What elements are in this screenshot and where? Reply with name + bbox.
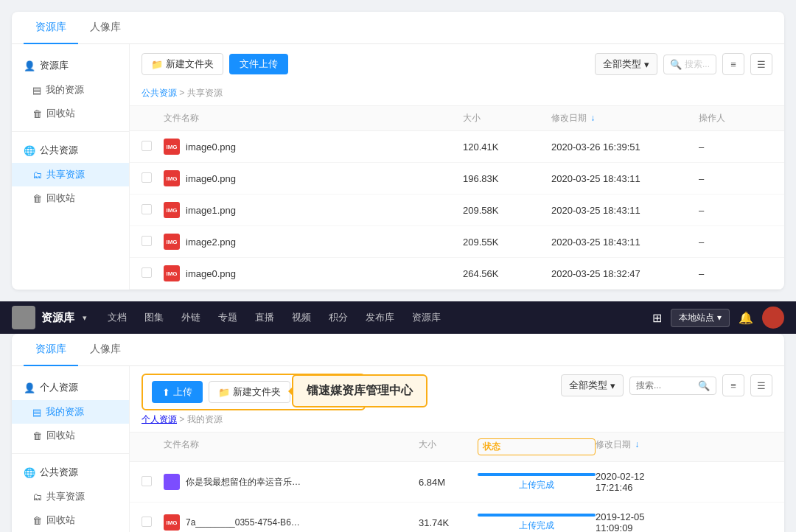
file-name-cell: IMG image0.png <box>164 265 463 281</box>
sidebar-item-trash-personal-bottom[interactable]: 🗑 回收站 <box>12 424 129 447</box>
bottom-main: ⬆ 上传 📁 新建文件夹 开始上传 全部类型 ▾ <box>130 366 784 532</box>
user-avatar[interactable] <box>762 307 784 329</box>
upload-btn-bottom[interactable]: ⬆ 上传 <box>152 381 203 403</box>
file-table-header-bottom: 文件名称 大小 状态 修改日期 ↓ <box>130 432 784 462</box>
filter-dropdown-bottom[interactable]: 全部类型 ▾ <box>561 374 624 396</box>
breadcrumb-top: 公共资源 > 共享资源 <box>130 84 784 105</box>
nav-item-assets[interactable]: 资源库 <box>403 301 450 334</box>
notification-icon[interactable]: 🔔 <box>739 311 753 325</box>
trash-icon2-bottom: 🗑 <box>32 515 42 526</box>
site-selector[interactable]: 本地站点 ▾ <box>671 309 730 327</box>
sort-arrow-bottom: ↓ <box>635 439 639 449</box>
tab-portrait-bottom[interactable]: 人像库 <box>78 334 133 366</box>
sidebar-item-shared-bottom[interactable]: 🗂 共享资源 <box>12 485 129 508</box>
doc-icon: ▤ <box>32 85 41 96</box>
bottom-toolbar-right: 全部类型 ▾ 🔍 ≡ ☰ <box>561 374 772 396</box>
file-name-cell: IMG image0.png <box>164 170 463 186</box>
table-row: 你是我最想留住的幸运音乐合辑过... 6.84M 上传完成 2020-02-12… <box>130 462 784 503</box>
sidebar-item-trash-public-bottom[interactable]: 🗑 回收站 <box>12 508 129 532</box>
status-cell: 上传完成 <box>478 514 596 532</box>
sidebar-divider <box>12 131 129 132</box>
tab-assets-bottom[interactable]: 资源库 <box>24 334 78 366</box>
nav-item-gallery[interactable]: 图集 <box>136 301 172 334</box>
breadcrumb-bottom: 个人资源 > 我的资源 <box>130 413 784 432</box>
file-icon-png: IMG <box>164 139 180 155</box>
top-main: 📁 新建文件夹 文件上传 全部类型 ▾ 🔍 搜索... ≡ <box>130 44 784 290</box>
row-checkbox2[interactable] <box>142 517 152 527</box>
sidebar-item-my-assets[interactable]: ▤ 我的资源 <box>12 78 129 102</box>
top-file-manager: 资源库 人像库 👤 资源库 ▤ 我的资源 🗑 回收站 🌐 公共资源 <box>12 12 784 290</box>
search-icon: 🔍 <box>670 59 682 70</box>
upload-button-top[interactable]: 文件上传 <box>229 54 288 74</box>
person-icon: 👤 <box>24 60 35 71</box>
file-name-cell: IMG image1.png <box>164 202 463 218</box>
upload-icon: ⬆ <box>162 387 170 398</box>
file-icon-purple <box>164 474 180 490</box>
tab-assets-top[interactable]: 资源库 <box>24 12 78 44</box>
file-table-header-top: 文件名称 大小 修改日期 ↓ 操作人 <box>130 105 784 131</box>
nav-item-docs[interactable]: 文档 <box>99 301 136 334</box>
file-name-cell: IMG image2.png <box>164 234 463 250</box>
nav-title: 资源库 <box>41 311 74 325</box>
personal-section: 👤 资源库 <box>12 53 129 78</box>
row-checkbox[interactable] <box>142 267 152 278</box>
status-cell: 上传完成 <box>478 473 596 491</box>
sidebar-item-trash-public[interactable]: 🗑 回收站 <box>12 186 129 210</box>
share-icon: 🗂 <box>32 169 42 181</box>
nav-item-points[interactable]: 积分 <box>320 301 357 334</box>
bottom-sidebar: 👤 个人资源 ▤ 我的资源 🗑 回收站 🌐 公共资源 🗂 共享资源 🗑 <box>12 366 130 532</box>
doc-icon-bottom: ▤ <box>32 407 41 418</box>
sidebar-item-shared[interactable]: 🗂 共享资源 <box>12 163 129 186</box>
search-input-bottom[interactable] <box>636 380 695 391</box>
row-checkbox2[interactable] <box>142 476 152 486</box>
list-icon-btn-bottom[interactable]: ≡ <box>722 374 744 396</box>
dark-nav-bar: 资源库 ▾ 文档 图集 外链 专题 直播 视频 积分 发布库 资源库 ⊞ 本地站… <box>0 301 796 334</box>
file-name-cell2: 你是我最想留住的幸运音乐合辑过... <box>164 474 419 490</box>
callout-box: 镭速媒资库管理中心 <box>292 374 427 407</box>
grid-icon-btn[interactable]: ☰ <box>750 53 772 75</box>
folder-icon-bottom: 📁 <box>218 387 230 398</box>
table-row: IMG image0.png 264.56K 2020-03-25 18:32:… <box>130 258 784 290</box>
nav-item-video[interactable]: 视频 <box>283 301 320 334</box>
top-sidebar: 👤 资源库 ▤ 我的资源 🗑 回收站 🌐 公共资源 🗂 共享资源 🗑 <box>12 44 130 290</box>
logo-area: 资源库 ▾ <box>12 306 87 329</box>
public-section: 🌐 公共资源 <box>12 138 129 163</box>
nav-item-publish[interactable]: 发布库 <box>357 301 403 334</box>
chevron-down-icon-bottom: ▾ <box>610 380 615 391</box>
row-checkbox[interactable] <box>142 172 152 183</box>
nav-dropdown-arrow[interactable]: ▾ <box>83 313 87 323</box>
top-tabs: 资源库 人像库 <box>12 12 784 44</box>
row-checkbox[interactable] <box>142 236 152 246</box>
breadcrumb-link-public[interactable]: 公共资源 <box>142 88 177 98</box>
nav-item-external[interactable]: 外链 <box>172 301 209 334</box>
row-checkbox[interactable] <box>142 204 152 214</box>
nav-items: 文档 图集 外链 专题 直播 视频 积分 发布库 资源库 <box>99 301 450 334</box>
trash-icon2: 🗑 <box>32 193 42 204</box>
file-table-top: IMG image0.png 120.41K 2020-03-26 16:39:… <box>130 131 784 290</box>
personal-section-bottom: 👤 个人资源 <box>12 375 129 400</box>
sidebar-item-trash-personal[interactable]: 🗑 回收站 <box>12 102 129 125</box>
filter-dropdown-top[interactable]: 全部类型 ▾ <box>595 53 657 75</box>
breadcrumb-personal-link[interactable]: 个人资源 <box>142 414 177 424</box>
table-row: IMG image1.png 209.58K 2020-03-25 18:43:… <box>130 195 784 226</box>
sidebar-item-my-assets-bottom[interactable]: ▤ 我的资源 <box>12 400 129 424</box>
file-name-cell2: IMG 7a________0355-4754-B6A3... <box>164 514 419 531</box>
nav-item-live[interactable]: 直播 <box>246 301 283 334</box>
tab-portrait-top[interactable]: 人像库 <box>78 12 133 44</box>
bottom-file-manager: 镭速媒资库管理中心 资源库 人像库 👤 个人资源 ▤ 我的资源 🗑 回收站 🌐 … <box>12 334 784 532</box>
new-folder-btn-bottom[interactable]: 📁 新建文件夹 <box>209 381 290 403</box>
file-icon-png2: IMG <box>164 514 180 531</box>
search-box-bottom: 🔍 <box>629 377 716 395</box>
trash-icon: 🗑 <box>32 108 42 119</box>
grid-icon-btn-bottom[interactable]: ☰ <box>750 374 772 396</box>
new-folder-button-top[interactable]: 📁 新建文件夹 <box>142 53 223 75</box>
search-box-top: 🔍 搜索... <box>663 55 716 74</box>
file-icon-png: IMG <box>164 170 180 186</box>
grid-view-icon[interactable]: ⊞ <box>652 311 662 325</box>
list-icon-btn[interactable]: ≡ <box>722 53 744 75</box>
search-icon-bottom: 🔍 <box>698 380 710 391</box>
nav-right: ⊞ 本地站点 ▾ 🔔 <box>652 307 784 329</box>
nav-item-topics[interactable]: 专题 <box>209 301 246 334</box>
table-row: IMG image2.png 209.55K 2020-03-25 18:43:… <box>130 226 784 258</box>
row-checkbox[interactable] <box>142 141 152 151</box>
